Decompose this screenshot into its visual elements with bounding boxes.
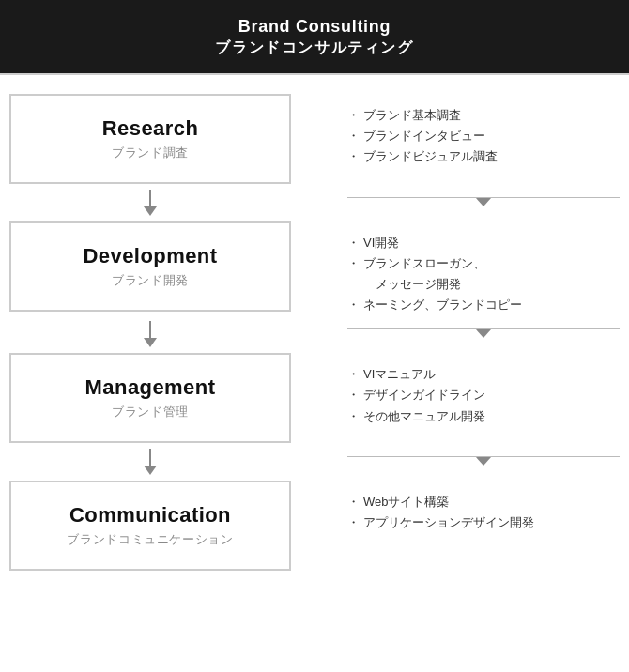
bullet-text-research-3: ブランドビジュアル調査	[363, 146, 620, 167]
bullet-research-3: ・ ブランドビジュアル調査	[347, 146, 620, 167]
box-management: Management ブランド管理	[9, 353, 291, 443]
box-title-en-development: Development	[84, 244, 218, 268]
bullet-communication-1: ・ Webサイト構築	[347, 492, 620, 512]
bullet-text-communication-1: Webサイト構築	[363, 492, 620, 512]
bullet-research-1: ・ ブランド基本調査	[347, 105, 620, 126]
arrow-down-3	[144, 449, 157, 475]
arrow-col-2	[9, 315, 291, 353]
header: Brand Consulting ブランドコンサルティング	[0, 0, 629, 73]
bullet-management-2: ・ デザインガイドライン	[347, 385, 620, 405]
bullet-development-2: ・ ブランドスローガン、 メッセージ開発	[347, 253, 620, 295]
bullets-communication: ・ Webサイト構築 ・ アプリケーションデザイン開発	[338, 481, 620, 533]
arrow-head-1	[144, 206, 157, 216]
bullet-text-management-3: その他マニュアル開発	[363, 406, 620, 427]
bullet-communication-2: ・ アプリケーションデザイン開発	[347, 512, 620, 533]
arrow-line-1	[149, 190, 151, 206]
bullet-management-1: ・ VIマニュアル	[347, 364, 620, 385]
box-title-en-management: Management	[85, 375, 216, 400]
box-development: Development ブランド開発	[9, 221, 291, 312]
bullet-text-communication-2: アプリケーションデザイン開発	[363, 512, 620, 533]
arrow-head-2	[144, 338, 157, 347]
row-research: Research ブランド調査 ・ ブランド基本調査 ・ ブランドインタビュー …	[9, 94, 620, 184]
bullet-text-development-2: ブランドスローガン、 メッセージ開発	[363, 253, 620, 295]
chevron-3	[476, 457, 491, 466]
box-title-jp-research: ブランド調査	[112, 145, 189, 161]
bullet-text-research-1: ブランド基本調査	[363, 105, 620, 126]
arrow-col-1	[9, 184, 291, 221]
between-2-3	[9, 315, 620, 353]
box-title-jp-development: ブランド開発	[112, 272, 189, 289]
box-title-en-research: Research	[102, 116, 199, 141]
bullet-research-2: ・ ブランドインタビュー	[347, 126, 620, 146]
right-divider-1	[338, 184, 620, 206]
right-divider-2	[338, 315, 620, 338]
main-content: Research ブランド調査 ・ ブランド基本調査 ・ ブランドインタビュー …	[0, 75, 629, 589]
row-management: Management ブランド管理 ・ VIマニュアル ・ デザインガイドライン…	[9, 353, 620, 443]
bullet-text-research-2: ブランドインタビュー	[363, 126, 620, 146]
arrow-col-3	[9, 443, 291, 481]
arrow-down-2	[144, 321, 157, 347]
page-container: Brand Consulting ブランドコンサルティング Research ブ…	[0, 0, 629, 589]
chevron-1	[476, 198, 491, 206]
bullet-text-development-1: VI開発	[363, 233, 620, 253]
row-development: Development ブランド開発 ・ VI開発 ・ ブランドスローガン、 メ…	[9, 221, 620, 315]
row-communication: Communication ブランドコミュニケーション ・ Webサイト構築 ・…	[9, 481, 620, 571]
box-title-jp-communication: ブランドコミュニケーション	[67, 531, 233, 548]
bullet-development-1: ・ VI開発	[347, 233, 620, 253]
bullet-text-management-1: VIマニュアル	[363, 364, 620, 385]
chevron-2	[476, 329, 491, 338]
bullets-research: ・ ブランド基本調査 ・ ブランドインタビュー ・ ブランドビジュアル調査	[338, 94, 620, 167]
bullet-text-management-2: デザインガイドライン	[363, 385, 620, 405]
box-title-jp-management: ブランド管理	[112, 404, 189, 420]
header-title-en: Brand Consulting	[19, 17, 610, 37]
between-1-2	[9, 184, 620, 221]
bullet-text-development-3: ネーミング、ブランドコピー	[363, 295, 620, 315]
bullet-management-3: ・ その他マニュアル開発	[347, 406, 620, 427]
arrow-head-3	[144, 466, 157, 475]
box-research: Research ブランド調査	[9, 94, 291, 184]
bullet-development-3: ・ ネーミング、ブランドコピー	[347, 295, 620, 315]
bullets-management: ・ VIマニュアル ・ デザインガイドライン ・ その他マニュアル開発	[338, 353, 620, 426]
between-3-4	[9, 443, 620, 481]
bullets-development: ・ VI開発 ・ ブランドスローガン、 メッセージ開発 ・ ネーミング、ブランド…	[338, 221, 620, 315]
arrow-down-1	[144, 190, 157, 216]
box-title-en-communication: Communication	[69, 503, 231, 527]
arrow-line-2	[149, 321, 151, 338]
header-title-jp: ブランドコンサルティング	[19, 38, 610, 58]
right-divider-3	[338, 443, 620, 466]
arrow-line-3	[149, 449, 151, 466]
box-communication: Communication ブランドコミュニケーション	[9, 481, 291, 571]
